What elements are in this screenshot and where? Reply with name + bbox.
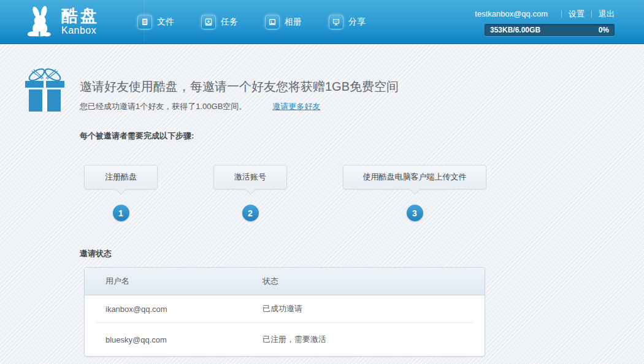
logo-subtitle: Kanbox — [61, 25, 99, 36]
photo-icon — [265, 15, 280, 29]
nav-label-albums: 相册 — [285, 17, 302, 28]
table-row: bluesky@qq.com 已注册，需要激活 — [85, 323, 485, 356]
invite-more-link[interactable]: 邀请更多好友 — [272, 101, 320, 112]
invite-summary-row: 您已经成功邀请1个好友，获得了1.00GB空间。 邀请更多好友 — [80, 101, 644, 112]
row-state: 已注册，需要激活 — [263, 334, 485, 345]
account-email[interactable]: testkanbox@qq.com — [475, 9, 548, 18]
invite-summary: 您已经成功邀请1个好友，获得了1.00GB空间。 — [80, 101, 247, 112]
table-row: ikanbox@qq.com 已成功邀请 — [85, 295, 485, 322]
logo-title: 酷盘 — [61, 7, 99, 25]
task-box-icon — [201, 15, 216, 29]
step-number-badge: 3 — [407, 205, 423, 221]
account-area: testkanbox@qq.com 设置 退出 353KB/6.00GB 0% — [475, 8, 615, 36]
separator — [591, 10, 592, 18]
steps-label: 每个被邀请者需要完成以下步骤: — [80, 131, 644, 142]
separator — [561, 10, 562, 18]
invite-status-table: 用户名 状态 ikanbox@qq.com 已成功邀请 bluesky@qq.c… — [84, 267, 485, 357]
row-state: 已成功邀请 — [263, 303, 485, 314]
step-number-badge: 2 — [242, 205, 259, 221]
nav-label-share: 分享 — [348, 17, 366, 28]
main-nav: 文件 任务 相册 — [117, 11, 372, 33]
monitor-share-icon — [329, 15, 343, 29]
step-bubble: 注册酷盘 — [84, 165, 158, 189]
column-header-username: 用户名 — [85, 276, 263, 287]
storage-percent: 0% — [599, 26, 609, 34]
top-header: 酷盘 Kanbox 文件 — [0, 0, 644, 44]
document-icon — [137, 15, 152, 29]
nav-item-albums[interactable]: 相册 — [259, 11, 308, 33]
nav-item-files[interactable]: 文件 — [131, 11, 180, 33]
row-username: ikanbox@qq.com — [85, 305, 263, 314]
logo-text: 酷盘 Kanbox — [61, 7, 99, 36]
rabbit-logo-icon — [26, 6, 55, 39]
step-bubble: 使用酷盘电脑客户端上传文件 — [343, 165, 486, 189]
column-header-state: 状态 — [263, 276, 485, 287]
storage-usage-bar: 353KB/6.00GB 0% — [485, 24, 615, 36]
table-header: 用户名 状态 — [85, 268, 485, 295]
nav-label-tasks: 任务 — [221, 17, 238, 28]
step-activate: 激活账号 2 — [213, 165, 287, 221]
header-divider — [143, 0, 144, 44]
storage-usage-text: 353KB/6.00GB — [490, 26, 540, 34]
kanbox-logo[interactable]: 酷盘 Kanbox — [26, 6, 99, 39]
row-username: bluesky@qq.com — [85, 335, 263, 344]
account-row: testkanbox@qq.com 设置 退出 — [475, 8, 615, 20]
step-bubble: 激活账号 — [213, 165, 287, 189]
step-register: 注册酷盘 1 — [84, 165, 158, 221]
invite-intro: 邀请好友使用酷盘，每邀请一个好友您将获赠1GB免费空间 您已经成功邀请1个好友，… — [0, 44, 644, 112]
step-upload: 使用酷盘电脑客户端上传文件 3 — [343, 165, 486, 221]
main-content: 邀请好友使用酷盘，每邀请一个好友您将获赠1GB免费空间 您已经成功邀请1个好友，… — [0, 44, 644, 357]
page-title: 邀请好友使用酷盘，每邀请一个好友您将获赠1GB免费空间 — [80, 78, 644, 94]
gift-icon — [23, 64, 66, 113]
nav-label-files: 文件 — [157, 17, 174, 28]
settings-link[interactable]: 设置 — [569, 9, 585, 20]
steps-row: 注册酷盘 1 激活账号 2 使用酷盘电脑客户端上传文件 3 — [84, 165, 644, 221]
logout-link[interactable]: 退出 — [599, 9, 615, 20]
nav-item-share[interactable]: 分享 — [323, 11, 372, 33]
nav-item-tasks[interactable]: 任务 — [195, 11, 244, 33]
step-number-badge: 1 — [113, 205, 129, 221]
invite-status-title: 邀请状态 — [80, 248, 644, 259]
